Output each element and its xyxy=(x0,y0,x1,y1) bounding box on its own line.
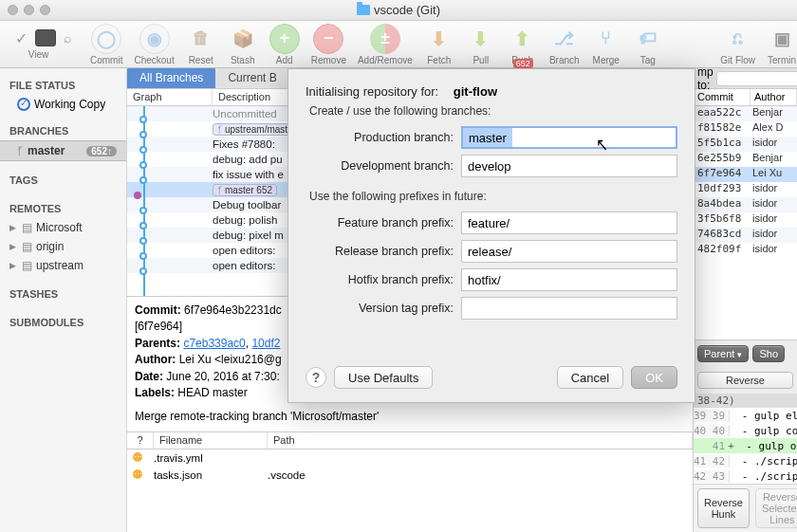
sidebar-item-remote-origin[interactable]: ▶▤origin xyxy=(0,237,126,256)
window-title: vscode (Git) xyxy=(0,3,797,17)
sidebar-item-remote-upstream[interactable]: ▶▤upstream xyxy=(0,256,126,275)
push-icon[interactable]: ⬆ xyxy=(508,24,538,54)
dialog-subheading-branches: Create / use the following branches: xyxy=(309,104,677,118)
merge-icon[interactable]: ⑂ xyxy=(591,24,621,54)
view-label: View xyxy=(28,49,49,60)
folder-icon xyxy=(357,5,370,15)
hotfix-prefix-label: Hotfix branch prefix: xyxy=(306,273,454,286)
file-row[interactable]: .travis.yml xyxy=(127,449,693,467)
reverse-button[interactable]: Reverse xyxy=(697,372,793,389)
sidebar-header-file-status: FILE STATUS xyxy=(0,76,126,95)
sidebar-header-branches: BRANCHES xyxy=(0,121,126,140)
tab-current-branch[interactable]: Current B xyxy=(215,68,288,88)
fetch-icon[interactable]: ⬇ xyxy=(424,24,454,54)
column-header-graph[interactable]: Graph xyxy=(127,89,213,105)
drive-icon: ▤ xyxy=(22,221,32,234)
column-header-author[interactable]: Author xyxy=(751,89,797,105)
stash-icon[interactable]: 📦 xyxy=(228,24,258,54)
reverse-hunk-button[interactable]: Reverse Hunk xyxy=(697,488,750,528)
pull-icon[interactable]: ⬇ xyxy=(466,24,496,54)
titlebar: vscode (Git) xyxy=(0,0,797,21)
version-prefix-label: Version tag prefix: xyxy=(306,302,454,315)
branch-ahead-badge: 652↑ xyxy=(86,146,117,156)
chevron-right-icon: ▶ xyxy=(9,223,16,232)
sidebar-header-remotes: REMOTES xyxy=(0,199,126,218)
parent-link-1[interactable]: c7eb339ac0 xyxy=(183,337,245,350)
jump-label: mp to: xyxy=(697,68,714,92)
development-branch-label: Development branch: xyxy=(306,159,454,173)
sidebar-item-working-copy[interactable]: Working Copy xyxy=(0,95,126,114)
jump-input[interactable] xyxy=(716,71,797,86)
column-header-path[interactable]: Path xyxy=(268,432,693,449)
commit-message: Merge remote-tracking branch 'Microsoft/… xyxy=(135,409,685,425)
dialog-subheading-prefixes: Use the following prefixes in future: xyxy=(309,190,677,203)
drive-icon: ▤ xyxy=(22,259,32,272)
feature-prefix-input[interactable] xyxy=(461,211,677,234)
modified-icon xyxy=(133,469,142,479)
chevron-right-icon: ▶ xyxy=(9,261,16,270)
commit-hash-list[interactable]: eaa522cBenjar f81582eAlex D 5f5b1caisido… xyxy=(694,106,797,339)
branch-icon[interactable]: ⎇ xyxy=(549,24,580,54)
right-pane: mp to: Commit Author eaa522cBenjar f8158… xyxy=(693,68,797,532)
sidebar-item-remote-microsoft[interactable]: ▶▤Microsoft xyxy=(0,218,126,237)
branch-pill-icon: ᚶ xyxy=(217,185,223,195)
file-list: ? Filename Path .travis.yml tasks.json.v… xyxy=(127,431,693,484)
modified-icon xyxy=(133,452,142,462)
sidebar-header-stashes: STASHES xyxy=(0,284,126,303)
help-button[interactable]: ? xyxy=(306,367,326,388)
remove-icon[interactable]: − xyxy=(313,24,343,54)
dialog-title: Initialising repository for: git-flow xyxy=(306,84,677,99)
show-button[interactable]: Sho xyxy=(752,345,785,362)
parent-button[interactable]: Parent ▾ xyxy=(697,345,749,362)
diff-range: 38-42) xyxy=(694,394,797,408)
cancel-button[interactable]: Cancel xyxy=(557,366,623,389)
tab-all-branches[interactable]: All Branches xyxy=(127,68,215,88)
column-header-filename[interactable]: Filename xyxy=(154,432,268,449)
drive-icon: ▤ xyxy=(22,240,32,253)
release-prefix-label: Release branch prefix: xyxy=(306,245,454,258)
ok-button[interactable]: OK xyxy=(631,366,677,389)
check-circle-icon xyxy=(17,98,30,111)
development-branch-input[interactable] xyxy=(461,155,677,177)
parent-link-2[interactable]: 10df2 xyxy=(251,337,280,350)
reverse-selected-lines-button: Reverse Selected Lines xyxy=(755,488,797,528)
file-row[interactable]: tasks.json.vscode xyxy=(127,467,693,484)
reset-icon[interactable]: 🗑 xyxy=(186,24,216,54)
cursor-icon: ↖ xyxy=(596,134,608,156)
terminal-icon[interactable]: ▣ xyxy=(767,24,797,54)
gitflow-icon[interactable]: ⎌ xyxy=(723,24,753,54)
production-branch-input[interactable] xyxy=(461,126,677,149)
add-icon[interactable]: + xyxy=(269,24,300,54)
add-remove-icon[interactable]: ± xyxy=(370,24,400,54)
production-branch-label: Production branch: xyxy=(306,131,454,144)
chevron-right-icon: ▶ xyxy=(9,242,16,251)
branch-pill-icon: ᚶ xyxy=(217,124,223,135)
column-header-status[interactable]: ? xyxy=(127,432,154,449)
feature-prefix-label: Feature branch prefix: xyxy=(306,216,454,229)
confirm-icon[interactable]: ✓ xyxy=(15,29,28,47)
sidebar-header-tags: TAGS xyxy=(0,171,126,190)
commit-icon[interactable]: ◯ xyxy=(91,24,121,54)
use-defaults-button[interactable]: Use Defaults xyxy=(334,366,433,389)
hotfix-prefix-input[interactable] xyxy=(461,268,677,291)
view-toggle[interactable] xyxy=(35,29,56,46)
branch-glyph-icon: ᚶ xyxy=(17,145,24,156)
push-count-badge: 652 xyxy=(513,59,533,68)
checkout-icon[interactable]: ◉ xyxy=(139,24,170,54)
column-header-commit[interactable]: Commit xyxy=(694,89,751,105)
sidebar-header-submodules: SUBMODULES xyxy=(0,313,126,332)
version-prefix-input[interactable] xyxy=(461,297,677,320)
branch-pill-master[interactable]: ᚶmaster 652 xyxy=(213,184,277,196)
release-prefix-input[interactable] xyxy=(461,240,677,263)
sidebar-item-branch-master[interactable]: ᚶmaster652↑ xyxy=(0,140,126,161)
sidebar: FILE STATUS Working Copy BRANCHES ᚶmaste… xyxy=(0,68,127,532)
gitflow-init-dialog: Initialising repository for: git-flow Cr… xyxy=(287,68,695,403)
search-icon[interactable]: ⌕ xyxy=(64,30,71,46)
diff-lines[interactable]: 39 39 - gulp electron 40 40 - gulp compi… xyxy=(694,408,797,484)
toolbar: ✓ ⌕ View ◯Commit ◉Checkout 🗑Reset 📦Stash… xyxy=(0,21,797,68)
tag-icon[interactable]: 🏷 xyxy=(633,24,663,54)
